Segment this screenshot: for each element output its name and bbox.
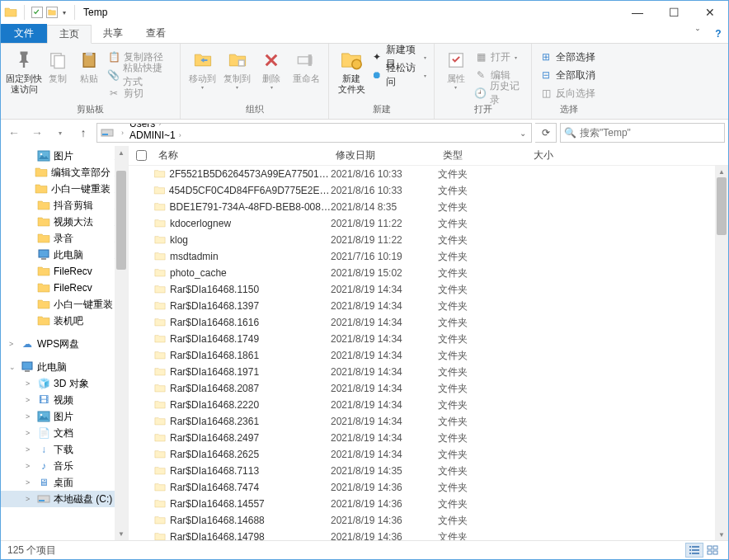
scrollbar-thumb[interactable] <box>116 171 126 270</box>
crumb[interactable]: AppData› <box>127 141 197 143</box>
refresh-button[interactable]: ⟳ <box>535 123 557 143</box>
file-row[interactable]: msdtadmin2021/7/16 10:19文件夹 <box>129 248 728 265</box>
folder-icon <box>153 432 167 444</box>
file-row[interactable]: klog2021/8/19 11:22文件夹 <box>129 232 728 248</box>
file-row[interactable]: kdocerlognew2021/8/19 11:22文件夹 <box>129 215 728 232</box>
help-button[interactable]: ? <box>708 24 728 43</box>
tab-view[interactable]: 查看 <box>134 24 177 43</box>
nav-item[interactable]: 编辑文章部分📌 <box>1 164 128 181</box>
nav-item[interactable]: 装机吧 <box>1 313 128 329</box>
paste-shortcut-button[interactable]: 📎粘贴快捷方式 <box>105 66 175 84</box>
search-input[interactable]: 🔍 <box>560 123 725 143</box>
copy-to-button[interactable]: 复制到▾ <box>220 45 255 90</box>
svg-rect-13 <box>308 54 312 66</box>
qat-customize[interactable]: ▾ <box>61 9 68 16</box>
picture-icon <box>37 149 50 162</box>
file-row[interactable]: Rar$DIa16468.23612021/8/19 14:34文件夹 <box>129 413 728 430</box>
nav-item[interactable]: >♪音乐 <box>1 458 128 474</box>
file-row[interactable]: 2F5521B5D6264573A99EA77501B2...2021/8/16… <box>129 166 728 182</box>
file-row[interactable]: Rar$DIa16468.26252021/8/19 14:34文件夹 <box>129 446 728 463</box>
column-date[interactable]: 修改日期 <box>331 148 438 162</box>
nav-item[interactable]: 录音📌 <box>1 230 128 247</box>
nav-item[interactable]: 图片📌 <box>1 148 128 164</box>
minimize-button[interactable]: — <box>619 1 656 24</box>
file-row[interactable]: Rar$DIa16468.17492021/8/19 14:34文件夹 <box>129 331 728 347</box>
nav-item[interactable]: FileRecv <box>1 263 128 280</box>
column-type[interactable]: 类型 <box>438 148 529 162</box>
select-none-button[interactable]: ⊟全部取消 <box>537 66 598 84</box>
open-button[interactable]: ▦打开▾ <box>472 48 526 66</box>
rename-button[interactable]: 重命名 <box>289 45 323 84</box>
file-row[interactable]: 454D5CF0C4D84FF6A9D775E2E742...2021/8/16… <box>129 182 728 199</box>
back-button[interactable]: ← <box>4 123 24 143</box>
file-row[interactable]: Rar$DIa16468.24972021/8/19 14:34文件夹 <box>129 430 728 446</box>
history-button[interactable]: 🕘历史记录 <box>472 84 526 102</box>
up-button[interactable]: ↑ <box>73 123 93 143</box>
file-row[interactable]: Rar$DIa16468.20872021/8/19 14:34文件夹 <box>129 380 728 397</box>
file-row[interactable]: Rar$DIa16468.11502021/8/19 14:34文件夹 <box>129 281 728 298</box>
nav-item[interactable]: 小白一键重装 W <box>1 296 128 313</box>
files-scrollbar[interactable]: ▲▼ <box>715 166 728 540</box>
paste-button[interactable]: 粘贴 <box>73 45 105 84</box>
scrollbar-thumb[interactable] <box>717 177 727 235</box>
nav-item[interactable]: >🎞视频 <box>1 392 128 408</box>
close-button[interactable]: ✕ <box>692 1 728 24</box>
nav-item[interactable]: >☁WPS网盘 <box>1 336 128 352</box>
nav-item[interactable]: >🧊3D 对象 <box>1 375 128 392</box>
file-row[interactable]: Rar$DIa16468.18612021/8/19 14:34文件夹 <box>129 347 728 364</box>
file-row[interactable]: Rar$DIa16468.22202021/8/19 14:34文件夹 <box>129 397 728 413</box>
nav-tree[interactable]: ▲▼ 图片📌编辑文章部分📌小白一键重装📌抖音剪辑📌视频大法📌录音📌此电脑📌Fil… <box>1 146 129 540</box>
maximize-button[interactable]: ☐ <box>656 1 692 24</box>
tab-file[interactable]: 文件 <box>1 24 47 43</box>
breadcrumb[interactable]: › 此电脑›本地磁盘 (C:)›Users›ADMINI~1›AppData›L… <box>96 123 532 143</box>
tab-share[interactable]: 共享 <box>92 24 134 43</box>
crumb[interactable]: Users› <box>127 123 197 129</box>
new-folder-button[interactable]: 新建 文件夹 <box>334 45 369 95</box>
ribbon-collapse[interactable]: ˇ <box>687 24 708 43</box>
properties-button[interactable]: 属性▾ <box>440 45 472 90</box>
qat-newfolder[interactable] <box>46 7 58 18</box>
file-row[interactable]: photo_cache2021/8/19 15:02文件夹 <box>129 265 728 281</box>
file-row[interactable]: Rar$DIa16468.146882021/8/19 14:36文件夹 <box>129 512 728 529</box>
nav-item[interactable]: >↓下载 <box>1 441 128 458</box>
nav-scrollbar[interactable]: ▲▼ <box>115 146 128 540</box>
view-icons[interactable] <box>703 543 722 558</box>
select-all-button[interactable]: ⊞全部选择 <box>537 48 598 66</box>
nav-item[interactable]: >📄文档 <box>1 425 128 441</box>
forward-button[interactable]: → <box>27 123 47 143</box>
file-row[interactable]: Rar$DIa16468.19712021/8/19 14:34文件夹 <box>129 364 728 380</box>
nav-item[interactable]: 视频大法📌 <box>1 214 128 230</box>
nav-item[interactable]: >图片 <box>1 408 128 425</box>
crumb[interactable]: ADMINI~1› <box>127 129 197 141</box>
nav-item[interactable]: >🖥桌面 <box>1 474 128 491</box>
file-row[interactable]: Rar$DIa16468.71132021/8/19 14:35文件夹 <box>129 463 728 479</box>
pin-quickaccess-button[interactable]: 固定到快 速访问 <box>6 45 42 95</box>
easy-access-button[interactable]: ⏺轻松访问▾ <box>369 66 429 84</box>
file-row[interactable]: Rar$DIa16468.13972021/8/19 14:34文件夹 <box>129 298 728 314</box>
file-row[interactable]: Rar$DIa16468.16162021/8/19 14:34文件夹 <box>129 314 728 331</box>
nav-item[interactable]: 此电脑📌 <box>1 247 128 263</box>
view-details[interactable] <box>685 543 703 558</box>
copy-button[interactable]: 复制 <box>42 45 73 84</box>
nav-item[interactable]: 抖音剪辑📌 <box>1 197 128 214</box>
nav-item[interactable]: 小白一键重装📌 <box>1 181 128 197</box>
column-name[interactable]: 名称 <box>153 148 331 162</box>
qat-properties[interactable] <box>31 7 43 18</box>
nav-item[interactable]: FileRecv <box>1 280 128 296</box>
recent-button[interactable]: ▾ <box>50 123 70 143</box>
nav-item[interactable]: >本地磁盘 (C:) <box>1 491 128 507</box>
file-row[interactable]: Rar$DIa16468.74742021/8/19 14:36文件夹 <box>129 479 728 496</box>
svg-rect-10 <box>86 52 92 55</box>
tab-home[interactable]: 主页 <box>47 25 92 44</box>
breadcrumb-dropdown[interactable]: ⌄ <box>515 129 531 138</box>
file-row[interactable]: Rar$DIa16468.145572021/8/19 14:36文件夹 <box>129 496 728 512</box>
file-row[interactable]: Rar$DIa16468.147982021/8/19 14:36文件夹 <box>129 529 728 540</box>
invert-selection-button[interactable]: ◫反向选择 <box>537 84 598 102</box>
nav-item[interactable]: ⌄此电脑 <box>1 359 128 375</box>
file-row[interactable]: BDE1E791-734A-48FD-BEB8-008A...2021/8/14… <box>129 199 728 215</box>
column-size[interactable]: 大小 <box>529 148 595 162</box>
cut-button[interactable]: ✂剪切 <box>105 84 175 102</box>
move-to-button[interactable]: 移动到▾ <box>186 45 220 90</box>
select-all-checkbox[interactable] <box>136 150 147 161</box>
delete-button[interactable]: 删除▾ <box>255 45 289 90</box>
